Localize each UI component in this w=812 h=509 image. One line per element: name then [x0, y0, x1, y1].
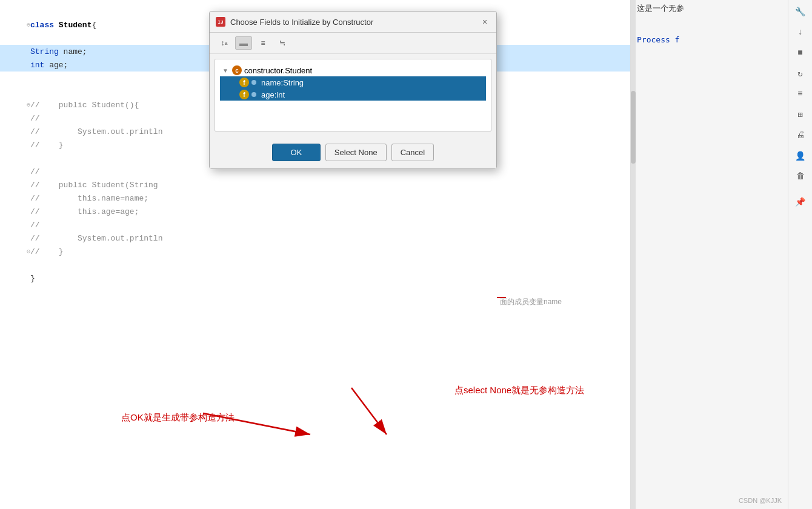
dialog-footer: OK Select None Cancel [210, 136, 496, 168]
sidebar-zh-text: 这是一个无参 [637, 3, 782, 14]
watermark: CSDN @KJJK [739, 497, 782, 504]
scrollbar-thumb[interactable] [631, 91, 636, 164]
person-icon[interactable]: 👤 [794, 149, 807, 162]
sidebar-icon-bar: 🔧 ↓ ■ ↻ ≡ ⊞ 🖨 👤 🗑 📌 [788, 0, 812, 509]
code-line: // [0, 218, 630, 231]
scrollbar-track[interactable] [631, 0, 636, 509]
dialog-field-list: ▼ c constructor.Student f name:String f … [215, 59, 491, 131]
error-indicator [497, 297, 506, 298]
sidebar-process-text: Process f [637, 35, 782, 44]
right-panel: 🔧 ↓ ■ ↻ ≡ ⊞ 🖨 👤 🗑 📌 这是一个无参 Process f [630, 0, 812, 509]
fold-icon[interactable]: ⊖ [27, 21, 30, 28]
print-icon[interactable]: 🖨 [794, 128, 807, 142]
list-icon[interactable]: ≡ [794, 87, 807, 101]
code-line: // this.age=age; [0, 205, 630, 218]
expand-icon: ▼ [222, 67, 230, 74]
code-line: // System.out.println [0, 231, 630, 245]
code-line: // this.name=name; [0, 191, 630, 205]
annotation-select-none-text: 点select None就是无参构造方法 [454, 385, 584, 396]
tree-field-item-age[interactable]: f age:int [220, 88, 486, 101]
select-none-button[interactable]: Select None [325, 144, 387, 161]
annotation-ok-text: 点OK就是生成带参构造方法 [121, 412, 235, 424]
field-label-age: age:int [261, 90, 285, 99]
side-comment: 面的成员变量name [500, 297, 562, 307]
tree-field-item-name[interactable]: f name:String [220, 76, 486, 88]
pin-icon[interactable]: 📌 [794, 195, 807, 208]
code-line [0, 258, 630, 271]
wrench-icon[interactable]: 🔧 [794, 5, 807, 18]
fold-icon[interactable]: ⊖ [27, 101, 30, 108]
field-icon-name: f [239, 78, 249, 87]
ok-button[interactable]: OK [272, 144, 321, 161]
dialog-toolbar: ↕a ▬ ≡ ≒ [210, 33, 496, 54]
field-icon-age: f [239, 90, 249, 99]
root-label: constructor.Student [244, 66, 312, 75]
fold-icon[interactable]: ⊖ [27, 248, 30, 255]
sort-alpha-button[interactable]: ↕a [216, 36, 233, 50]
indent-icon[interactable]: ⊞ [794, 108, 807, 121]
sidebar-content: 这是一个无参 Process f [637, 3, 782, 44]
field-dot-name [251, 80, 256, 85]
sort-type-button[interactable]: ▬ [235, 36, 252, 50]
dialog-title-bar: IJ Choose Fields to Initialize by Constr… [210, 12, 496, 33]
code-line: } [0, 271, 630, 285]
filter-button-1[interactable]: ≡ [255, 36, 271, 50]
field-dot-age [251, 92, 256, 97]
dialog-title-text: Choose Fields to Initialize by Construct… [230, 18, 373, 27]
dialog-close-button[interactable]: × [479, 16, 490, 27]
filter-button-2[interactable]: ≒ [274, 36, 291, 50]
class-icon: c [232, 65, 242, 75]
cancel-button[interactable]: Cancel [391, 144, 434, 161]
dialog: IJ Choose Fields to Initialize by Constr… [209, 11, 497, 169]
square-icon[interactable]: ■ [794, 46, 807, 59]
dialog-intellij-icon: IJ [216, 17, 225, 27]
code-line: // public Student(String [0, 178, 630, 191]
trash-icon[interactable]: 🗑 [794, 170, 807, 183]
code-line: ⊖ // } [0, 245, 630, 258]
dialog-title-left: IJ Choose Fields to Initialize by Constr… [216, 17, 373, 27]
refresh-icon[interactable]: ↻ [794, 67, 807, 80]
tree-root-item[interactable]: ▼ c constructor.Student [220, 64, 486, 76]
field-label-name: name:String [261, 78, 304, 87]
download-icon[interactable]: ↓ [794, 25, 807, 39]
